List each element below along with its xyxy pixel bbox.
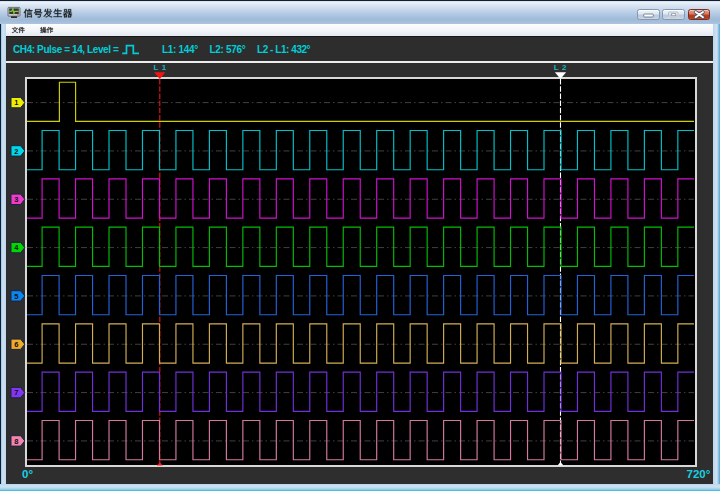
svg-text:5: 5 xyxy=(14,292,18,301)
svg-text:1: 1 xyxy=(14,98,18,107)
svg-text:7: 7 xyxy=(14,388,18,397)
svg-text:8: 8 xyxy=(14,437,18,446)
svg-text:3: 3 xyxy=(14,195,18,204)
svg-text:6: 6 xyxy=(14,340,18,349)
svg-text:2: 2 xyxy=(14,147,18,156)
